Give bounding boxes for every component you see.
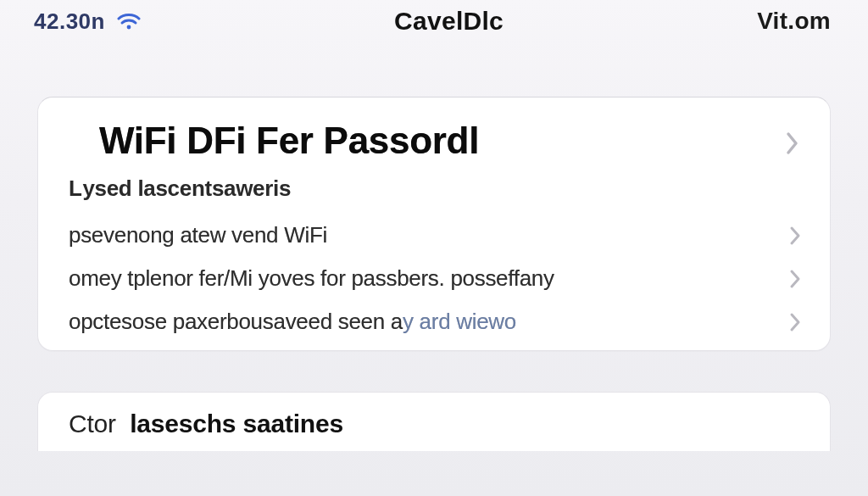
- wifi-icon: [117, 12, 141, 31]
- secondary-card-title: Ctor laseschs saatines: [69, 410, 799, 438]
- page-title: CavelDlc: [394, 7, 504, 36]
- chevron-right-icon: [789, 312, 801, 332]
- status-right: Vit.om: [757, 8, 831, 35]
- section-label: Lysed lascentsaweris: [38, 167, 830, 214]
- status-bar: 42.30n CavelDlc Vit.om: [0, 0, 868, 37]
- section-label-rest: ysed lascentsaweris: [82, 176, 291, 201]
- list-item[interactable]: opctesose paxerbousaveed seen ay ard wie…: [38, 300, 830, 343]
- settings-card-secondary[interactable]: Ctor laseschs saatines: [37, 392, 831, 451]
- status-left: 42.30n: [34, 8, 141, 35]
- chevron-right-icon: [786, 131, 799, 155]
- settings-card: WiFi DFi Fer Passordl Lysed lascentsawer…: [37, 97, 831, 351]
- card-title-row[interactable]: WiFi DFi Fer Passordl: [38, 120, 830, 167]
- svg-point-0: [127, 25, 131, 30]
- chevron-right-icon: [789, 226, 801, 246]
- section-label-lead: L: [69, 176, 82, 201]
- list-item-label: psevenong atew vend WiFi: [69, 222, 327, 248]
- clock-time: 42.30n: [34, 8, 105, 35]
- chevron-right-icon: [789, 269, 801, 289]
- list-item[interactable]: omey tplenor fer/Mi yoves for passbers. …: [38, 257, 830, 300]
- list-item[interactable]: psevenong atew vend WiFi: [38, 214, 830, 257]
- list-item-label: omey tplenor fer/Mi yoves for passbers. …: [69, 265, 554, 292]
- card-title: WiFi DFi Fer Passordl: [69, 120, 509, 167]
- list-item-label: opctesose paxerbousaveed seen ay ard wie…: [69, 309, 516, 335]
